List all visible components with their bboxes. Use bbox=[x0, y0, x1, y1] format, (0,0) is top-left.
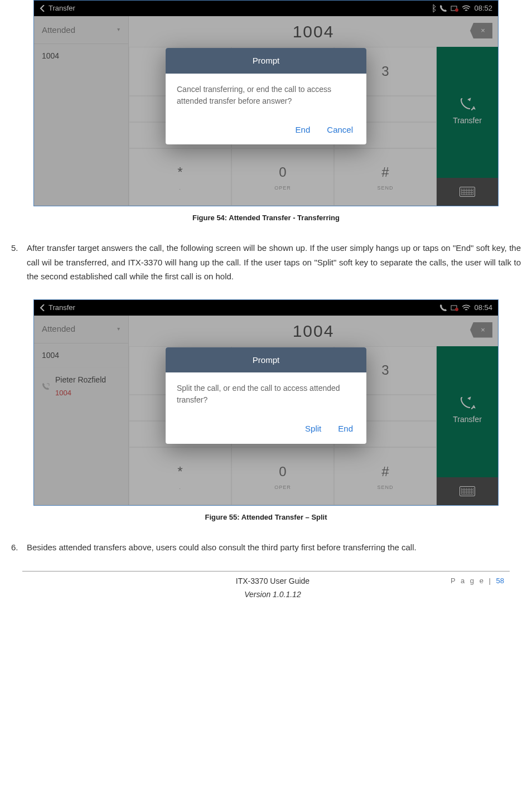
cancel-button[interactable]: Cancel bbox=[327, 123, 353, 137]
footer-guide: ITX-3370 User Guide bbox=[95, 575, 451, 588]
dialog-overlay: Prompt Split the call, or end the call t… bbox=[34, 300, 498, 505]
split-button[interactable]: Split bbox=[305, 422, 321, 436]
step-text: Besides attended transfers above, users … bbox=[27, 540, 521, 555]
step-6: 6. Besides attended transfers above, use… bbox=[11, 540, 521, 555]
dialog-overlay: Prompt Cancel transferring, or end the c… bbox=[34, 1, 498, 206]
page-number: 58 bbox=[496, 577, 504, 585]
step-number: 6. bbox=[11, 540, 27, 555]
step-5: 5. After transfer target answers the cal… bbox=[11, 241, 521, 284]
prompt-dialog: Prompt Cancel transferring, or end the c… bbox=[166, 48, 366, 144]
dialog-title: Prompt bbox=[166, 48, 366, 74]
figure-caption-55: Figure 55: Attended Transfer – Split bbox=[11, 511, 521, 524]
figure-54-screenshot: Transfer 08:52 Attended ▸ 1004 1004 × bbox=[33, 0, 499, 206]
footer-version: Version 1.0.1.12 bbox=[95, 588, 451, 602]
end-button[interactable]: End bbox=[296, 123, 311, 137]
step-text: After transfer target answers the call, … bbox=[27, 241, 521, 284]
dialog-title: Prompt bbox=[166, 347, 366, 373]
step-number: 5. bbox=[11, 241, 27, 284]
figure-caption-54: Figure 54: Attended Transfer - Transferr… bbox=[11, 212, 521, 224]
page-indicator: P a g e | 58 bbox=[451, 575, 504, 587]
dialog-body: Split the call, or end the call to acces… bbox=[166, 372, 366, 416]
prompt-dialog: Prompt Split the call, or end the call t… bbox=[166, 347, 366, 444]
page-footer: ITX-3370 User Guide Version 1.0.1.12 P a… bbox=[11, 575, 521, 613]
end-button[interactable]: End bbox=[338, 422, 353, 436]
figure-55-screenshot: Transfer 08:54 Attended ▸ 1004 Pieter Ro… bbox=[33, 299, 499, 506]
footer-divider bbox=[22, 571, 510, 571]
page-label: P a g e | bbox=[451, 577, 496, 585]
dialog-body: Cancel transferring, or end the call to … bbox=[166, 74, 366, 117]
